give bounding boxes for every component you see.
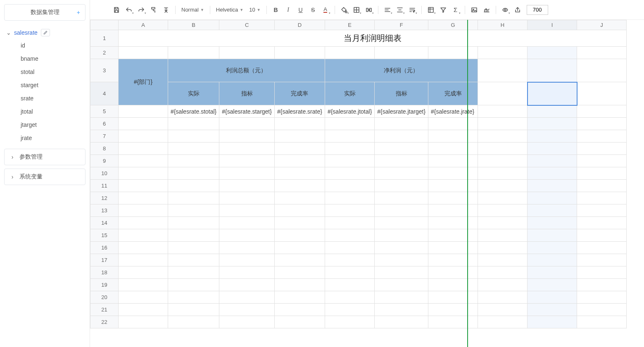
cell-A15[interactable]: [119, 229, 168, 242]
subheader-1[interactable]: 指标: [219, 82, 275, 105]
field-stotal[interactable]: stotal: [4, 65, 86, 78]
cell-G17[interactable]: [428, 254, 478, 266]
cell-E21[interactable]: [325, 304, 374, 316]
cell-E12[interactable]: [325, 192, 374, 204]
cell-I20[interactable]: [528, 291, 577, 304]
fill-color-button[interactable]: ▾: [338, 4, 350, 16]
row-header-3[interactable]: 3: [90, 59, 119, 82]
zoom-input[interactable]: [527, 5, 548, 15]
cell-J5[interactable]: [577, 105, 627, 118]
cell-J19[interactable]: [577, 279, 627, 291]
cell-J6[interactable]: [577, 118, 627, 130]
cell-G9[interactable]: [428, 155, 478, 167]
cell-E6[interactable]: [325, 118, 374, 130]
cell-E10[interactable]: [325, 167, 374, 180]
col-header-H[interactable]: H: [478, 20, 528, 30]
cell-J22[interactable]: [577, 316, 627, 328]
cell-B20[interactable]: [168, 291, 219, 304]
cell-J18[interactable]: [577, 266, 627, 279]
field-bname[interactable]: bname: [4, 52, 86, 65]
cell-I18[interactable]: [528, 266, 577, 279]
font-color-button[interactable]: A▾: [320, 4, 331, 16]
cell-B8[interactable]: [168, 143, 219, 155]
cell-E7[interactable]: [325, 130, 374, 143]
cell-H10[interactable]: [478, 167, 528, 180]
cell-D18[interactable]: [274, 266, 325, 279]
cell-C7[interactable]: [219, 130, 275, 143]
row-header-13[interactable]: 13: [90, 204, 119, 217]
cell-A22[interactable]: [119, 316, 168, 328]
cell-J4[interactable]: [577, 82, 627, 105]
cell-E13[interactable]: [325, 204, 374, 217]
row-header-10[interactable]: 10: [90, 167, 119, 180]
field-starget[interactable]: starget: [4, 78, 86, 92]
cell-F6[interactable]: [375, 118, 428, 130]
cell-F2[interactable]: [375, 47, 428, 59]
cell-E22[interactable]: [325, 316, 374, 328]
cell-A21[interactable]: [119, 304, 168, 316]
field-jtarget[interactable]: jtarget: [4, 118, 86, 131]
cell-C2[interactable]: [219, 47, 275, 59]
cell-A6[interactable]: [119, 118, 168, 130]
cell-F5[interactable]: #{salesrate.jtarget}: [375, 105, 428, 118]
cell-B19[interactable]: [168, 279, 219, 291]
cell-A9[interactable]: [119, 155, 168, 167]
cell-J20[interactable]: [577, 291, 627, 304]
cell-A12[interactable]: [119, 192, 168, 204]
sysvars-panel[interactable]: › 系统变量: [4, 169, 86, 185]
cell-G19[interactable]: [428, 279, 478, 291]
row-header-2[interactable]: 2: [90, 47, 119, 59]
cell-G13[interactable]: [428, 204, 478, 217]
cell-F7[interactable]: [375, 130, 428, 143]
cell-H4[interactable]: [478, 82, 528, 105]
dataset-panel-header[interactable]: 数据集管理 +: [5, 5, 85, 20]
cell-H21[interactable]: [478, 304, 528, 316]
cell-D7[interactable]: [274, 130, 325, 143]
corner-cell[interactable]: [90, 20, 119, 30]
cell-J21[interactable]: [577, 304, 627, 316]
cell-I17[interactable]: [528, 254, 577, 266]
cell-C9[interactable]: [219, 155, 275, 167]
cell-F14[interactable]: [375, 217, 428, 229]
bold-button[interactable]: B: [270, 4, 282, 16]
subheader-4[interactable]: 指标: [375, 82, 428, 105]
cell-G5[interactable]: #{salesrate.jrate}: [428, 105, 478, 118]
cell-I22[interactable]: [528, 316, 577, 328]
cell-H9[interactable]: [478, 155, 528, 167]
cell-B13[interactable]: [168, 204, 219, 217]
cell-H18[interactable]: [478, 266, 528, 279]
cell-C8[interactable]: [219, 143, 275, 155]
dataset-node-salesrate[interactable]: ⌄ salesrate: [4, 26, 86, 39]
col-header-C[interactable]: C: [219, 20, 275, 30]
subheader-3[interactable]: 实际: [325, 82, 374, 105]
row-header-9[interactable]: 9: [90, 155, 119, 167]
cell-A17[interactable]: [119, 254, 168, 266]
cell-G10[interactable]: [428, 167, 478, 180]
cell-F8[interactable]: [375, 143, 428, 155]
cell-G16[interactable]: [428, 242, 478, 254]
cell-H3[interactable]: [478, 59, 528, 82]
cell-D16[interactable]: [274, 242, 325, 254]
strikethrough-button[interactable]: S: [307, 4, 319, 16]
cell-B12[interactable]: [168, 192, 219, 204]
cell-J16[interactable]: [577, 242, 627, 254]
cell-I7[interactable]: [528, 130, 577, 143]
cell-G15[interactable]: [428, 229, 478, 242]
cell-H17[interactable]: [478, 254, 528, 266]
cell-G6[interactable]: [428, 118, 478, 130]
cell-J12[interactable]: [577, 192, 627, 204]
cell-H6[interactable]: [478, 118, 528, 130]
cell-D10[interactable]: [274, 167, 325, 180]
cell-C20[interactable]: [219, 291, 275, 304]
cell-B10[interactable]: [168, 167, 219, 180]
cell-B17[interactable]: [168, 254, 219, 266]
cell-G12[interactable]: [428, 192, 478, 204]
cell-C11[interactable]: [219, 180, 275, 192]
cell-E2[interactable]: [325, 47, 374, 59]
cell-I21[interactable]: [528, 304, 577, 316]
cell-A7[interactable]: [119, 130, 168, 143]
subheader-2[interactable]: 完成率: [274, 82, 325, 105]
cell-I11[interactable]: [528, 180, 577, 192]
cell-C17[interactable]: [219, 254, 275, 266]
cell-J11[interactable]: [577, 180, 627, 192]
